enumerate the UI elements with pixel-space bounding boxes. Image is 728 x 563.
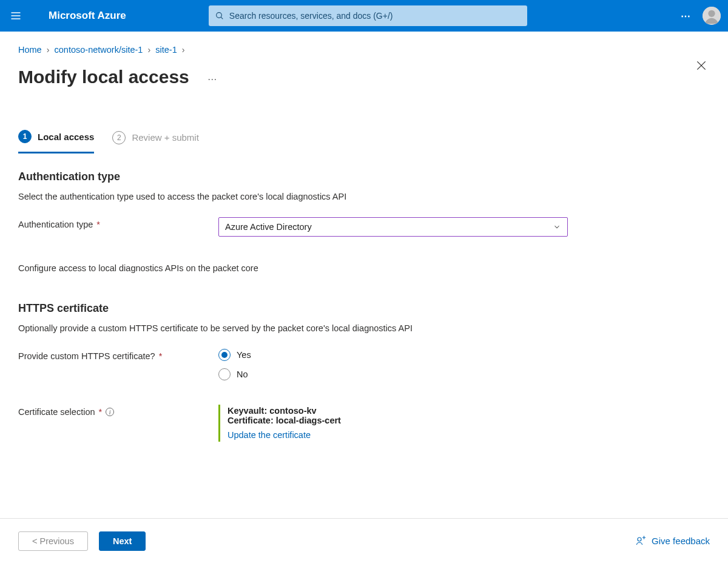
content-area: Home › contoso-network/site-1 › site-1 ›…	[0, 32, 728, 518]
auth-heading: Authentication type	[18, 170, 710, 183]
svg-point-9	[638, 538, 641, 541]
tab-review-submit[interactable]: 2 Review + submit	[112, 131, 198, 153]
update-certificate-link[interactable]: Update the certificate	[228, 430, 311, 440]
svg-point-6	[708, 10, 715, 17]
tab-local-access[interactable]: 1 Local access	[18, 130, 94, 153]
title-row: Modify local access …	[18, 67, 710, 87]
radio-icon	[218, 368, 231, 380]
breadcrumb-home[interactable]: Home	[18, 45, 42, 55]
more-icon[interactable]: ⋯	[681, 10, 692, 22]
page-title: Modify local access	[18, 67, 189, 87]
search-container	[209, 5, 527, 26]
footer-bar: < Previous Next Give feedback	[0, 518, 728, 563]
info-icon[interactable]: i	[106, 408, 114, 416]
chevron-right-icon: ›	[47, 45, 50, 55]
breadcrumb-site[interactable]: site-1	[155, 45, 177, 55]
auth-section: Authentication type Select the authentic…	[18, 170, 710, 273]
breadcrumb: Home › contoso-network/site-1 › site-1 ›	[18, 45, 710, 55]
topbar-right: ⋯	[681, 7, 728, 25]
radio-yes-label: Yes	[237, 350, 251, 360]
required-marker: *	[96, 220, 100, 229]
step-label-2: Review + submit	[132, 132, 198, 143]
required-marker: *	[99, 407, 103, 417]
auth-type-label: Authentication type *	[18, 217, 218, 229]
auth-desc: Select the authentication type used to a…	[18, 192, 710, 201]
search-icon	[215, 11, 224, 21]
feedback-icon	[636, 536, 647, 547]
close-icon	[695, 59, 707, 72]
svg-line-4	[221, 17, 223, 19]
cert-block: Keyvault: contoso-kv Certificate: local-…	[218, 405, 341, 442]
radio-no-label: No	[237, 369, 248, 379]
https-heading: HTTPS certificate	[18, 302, 710, 315]
provide-cert-radio-group: Yes No	[218, 349, 251, 380]
cert-selection-label: Certificate selection * i	[18, 405, 218, 417]
close-button[interactable]	[695, 59, 707, 74]
search-box[interactable]	[209, 5, 527, 26]
step-label-1: Local access	[38, 132, 94, 142]
title-more-icon[interactable]: …	[207, 72, 218, 83]
auth-type-row: Authentication type * Azure Active Direc…	[18, 217, 710, 237]
menu-icon[interactable]	[0, 0, 32, 32]
next-button[interactable]: Next	[99, 531, 146, 551]
search-input[interactable]	[229, 11, 521, 21]
feedback-label: Give feedback	[652, 536, 710, 546]
step-number-1: 1	[18, 130, 32, 143]
provide-cert-label-text: Provide custom HTTPS certificate?	[18, 351, 155, 361]
brand-label: Microsoft Azure	[32, 10, 150, 22]
person-icon	[703, 7, 721, 25]
chevron-down-icon	[553, 223, 561, 231]
user-avatar[interactable]	[703, 7, 721, 25]
radio-icon	[218, 349, 231, 361]
cert-selection-row: Certificate selection * i Keyvault: cont…	[18, 405, 710, 442]
auth-type-value: Azure Active Directory	[225, 222, 312, 232]
radio-yes[interactable]: Yes	[218, 349, 251, 361]
chevron-right-icon: ›	[182, 45, 185, 55]
previous-button[interactable]: < Previous	[18, 531, 88, 551]
svg-point-3	[216, 13, 221, 18]
auth-type-dropdown[interactable]: Azure Active Directory	[218, 217, 568, 237]
give-feedback-link[interactable]: Give feedback	[636, 536, 710, 547]
auth-type-label-text: Authentication type	[18, 220, 93, 229]
top-bar: Microsoft Azure ⋯	[0, 0, 728, 32]
provide-cert-label: Provide custom HTTPS certificate? *	[18, 349, 218, 361]
breadcrumb-network[interactable]: contoso-network/site-1	[55, 45, 143, 55]
cert-selection-label-text: Certificate selection	[18, 407, 95, 417]
https-section: HTTPS certificate Optionally provide a c…	[18, 302, 710, 442]
chevron-right-icon: ›	[147, 45, 150, 55]
provide-cert-row: Provide custom HTTPS certificate? * Yes …	[18, 349, 710, 380]
https-desc: Optionally provide a custom HTTPS certif…	[18, 323, 710, 333]
radio-no[interactable]: No	[218, 368, 251, 380]
certificate-line: Certificate: local-diags-cert	[228, 416, 341, 425]
required-marker: *	[159, 351, 163, 361]
step-tabs: 1 Local access 2 Review + submit	[18, 130, 710, 153]
keyvault-line: Keyvault: contoso-kv	[228, 406, 341, 416]
auth-note: Configure access to local diagnostics AP…	[18, 263, 710, 273]
step-number-2: 2	[112, 131, 126, 144]
